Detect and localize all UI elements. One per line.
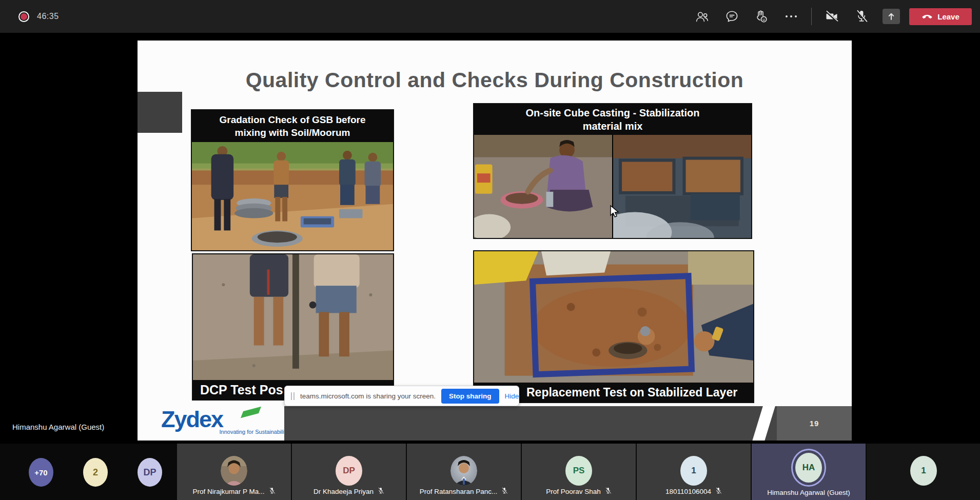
avatar-initials: 1 (680, 456, 707, 486)
participant-tile[interactable]: HAHimanshu Agarwal (Guest) (752, 444, 866, 500)
meeting-timer: 46:35 (37, 12, 59, 21)
camera-off-icon[interactable] (817, 0, 847, 33)
teams-meeting-window: 46:35 (0, 0, 980, 500)
participant-tile[interactable]: Prof Ratansharan Panc... (407, 444, 521, 500)
presenter-name-label: Himanshu Agarwal (Guest) (12, 423, 104, 431)
participant-strip: +702DP Prof Nirajkumar P Ma...DPDr Khade… (0, 444, 980, 500)
participant-tile[interactable]: 1180110106004 (637, 444, 751, 500)
photo-cube-moulds (613, 135, 751, 238)
photo-pair (474, 135, 751, 238)
photo-dcp-test (193, 254, 393, 399)
participant-tile[interactable]: Prof Nirajkumar P Ma... (177, 444, 291, 500)
participant-name-row: Prof Poorav Shah (524, 487, 634, 496)
avatar-photo (450, 456, 477, 486)
mic-off-icon (377, 487, 384, 496)
participant-name: Prof Ratansharan Panc... (420, 488, 498, 495)
avatar-holder: DP (336, 456, 362, 486)
avatar-holder: 1 (680, 456, 707, 486)
share-banner-message: teams.microsoft.com is sharing your scre… (300, 392, 436, 400)
participant-tile[interactable]: DPDr Khadeeja Priyan (292, 444, 406, 500)
participant-overflow-badge[interactable]: +70 (29, 458, 53, 487)
slide-panel-cube-casting: On-site Cube Casting - Stabilization mat… (473, 103, 752, 239)
hang-up-icon (922, 14, 933, 19)
slide-panel-gradation-check: Gradation Check of GSB before mixing wit… (191, 109, 394, 251)
avatar-initials: HA (795, 453, 822, 483)
avatar-initials: PS (565, 456, 592, 486)
participant-tile[interactable]: 1 (867, 444, 980, 500)
screen-share-stage: Quality Control and Checks During Constr… (0, 33, 980, 444)
participant-tile[interactable]: PSProf Poorav Shah (522, 444, 636, 500)
avatar-holder (221, 456, 247, 486)
leave-button-label: Leave (937, 12, 959, 21)
participant-name: Dr Khadeeja Priyan (313, 488, 374, 495)
screen-share-banner: teams.microsoft.com is sharing your scre… (284, 386, 519, 406)
footer-slash-decoration (750, 406, 777, 441)
participant-name-row: 180110106004 (639, 487, 749, 496)
share-icon[interactable] (883, 9, 900, 24)
avatar-holder: PS (565, 456, 592, 486)
mic-off-icon (268, 487, 276, 496)
slide-title: Quality Control and Checks During Constr… (138, 68, 852, 92)
participant-name-row: Prof Ratansharan Panc... (409, 487, 519, 496)
participant-overflow-badge[interactable]: DP (138, 458, 162, 487)
mic-off-icon (501, 487, 508, 496)
slide-panel-dcp-test: DCP Test Pos (192, 253, 394, 401)
recording-indicator-icon (18, 11, 29, 22)
panel-caption: On-site Cube Casting - Stabilization mat… (474, 104, 751, 135)
leave-button[interactable]: Leave (909, 8, 972, 25)
zydex-logo-text: Zydex (161, 408, 289, 431)
mouse-cursor (610, 205, 620, 218)
avatar-holder: 1 (910, 456, 937, 486)
slide-side-overlay (138, 92, 182, 133)
participant-overflow-badge[interactable]: 2 (83, 458, 108, 487)
participants-icon[interactable] (687, 0, 717, 33)
mic-off-icon (604, 487, 612, 496)
mic-off-icon (715, 487, 722, 496)
participant-tiles: Prof Nirajkumar P Ma...DPDr Khadeeja Pri… (177, 444, 980, 500)
toolbar-divider (811, 8, 812, 25)
slide-footer-bar: 19 (284, 406, 852, 441)
slide-page-number: 19 (777, 406, 852, 441)
participant-name-row: Dr Khadeeja Priyan (294, 487, 404, 496)
reactions-icon[interactable] (747, 0, 776, 33)
avatar-initials: DP (336, 456, 362, 486)
avatar-initials: 1 (910, 456, 937, 486)
avatar-holder (450, 456, 477, 486)
stop-sharing-button[interactable]: Stop sharing (441, 389, 499, 404)
participant-name: Himanshu Agarwal (Guest) (767, 489, 850, 496)
toolbar-actions: Leave (687, 0, 980, 33)
chat-icon[interactable] (717, 0, 747, 33)
more-icon[interactable] (776, 0, 806, 33)
participant-name: 180110106004 (665, 488, 711, 495)
photo-sand-replacement (474, 251, 753, 402)
meeting-toolbar: 46:35 (0, 0, 980, 33)
hide-banner-link[interactable]: Hide (505, 392, 519, 400)
avatar-photo (221, 456, 247, 486)
mic-off-icon[interactable] (847, 0, 876, 33)
slide-panel-sand-replacement: Replacement Test on Stabilized Layer (473, 250, 754, 403)
participant-name-row: Prof Nirajkumar P Ma... (179, 487, 289, 496)
panel-caption: Gradation Check of GSB before mixing wit… (192, 110, 393, 142)
participant-name: Prof Poorav Shah (546, 488, 601, 495)
zydex-logo: Zydex Innovating for Sustainability (161, 408, 289, 438)
participant-name-row: Himanshu Agarwal (Guest) (754, 489, 864, 496)
overflow-participants: +702DP (29, 458, 162, 487)
photo-cube-mixing (474, 135, 612, 238)
drag-handle-icon[interactable] (291, 392, 295, 400)
speaking-ring: HA (791, 449, 826, 487)
shared-slide: Quality Control and Checks During Constr… (138, 41, 852, 441)
photo-gradation-check (192, 142, 393, 250)
participant-name: Prof Nirajkumar P Ma... (192, 488, 264, 495)
